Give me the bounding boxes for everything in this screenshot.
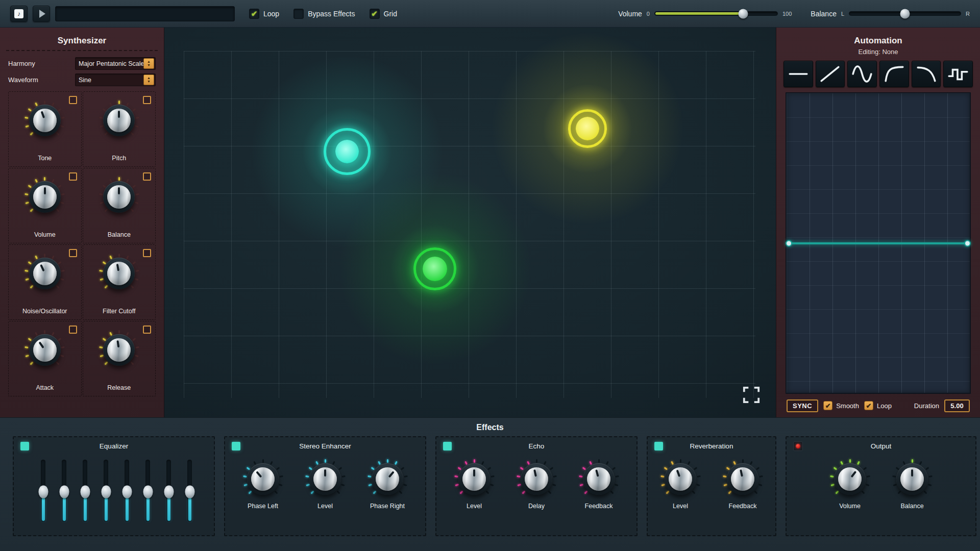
volume-slider-thumb[interactable] (738, 9, 748, 18)
eq-slider-thumb[interactable] (59, 486, 69, 498)
master-balance-slider[interactable] (849, 11, 961, 16)
knob-tick (52, 332, 55, 336)
shape-sine-button[interactable] (847, 61, 877, 87)
fx-knob-unit: Level (304, 455, 347, 510)
eq-band-slider[interactable] (185, 460, 194, 522)
feedback-knob[interactable] (577, 458, 620, 500)
knob-tick (543, 461, 546, 465)
balance-knob[interactable] (891, 458, 934, 500)
loop-label: Loop (263, 10, 279, 18)
harmony-dropdown[interactable]: Major Pentatonic Scale ▲▼ (75, 57, 156, 70)
eq-band-slider[interactable] (122, 460, 132, 522)
knob-tick (104, 208, 108, 212)
filter-cutoff-knob[interactable] (97, 252, 140, 295)
knob-tick (315, 461, 318, 465)
eq-slider-thumb[interactable] (164, 486, 174, 498)
knob-label: Noise/Oscillator (9, 308, 81, 315)
knob-tick (660, 475, 664, 477)
knob-automation-checkbox[interactable] (143, 96, 151, 104)
master-volume-slider[interactable] (654, 11, 778, 16)
eq-band-slider[interactable] (38, 460, 48, 522)
shape-ramp-button[interactable] (816, 61, 845, 87)
knob-automation-checkbox[interactable] (143, 325, 151, 334)
xy-pad[interactable] (164, 28, 776, 417)
smooth-checkbox[interactable]: ✔ (823, 401, 832, 410)
knob-automation-checkbox[interactable] (69, 172, 77, 181)
knob-tick (666, 490, 669, 494)
shape-ease-in-button[interactable] (912, 61, 941, 87)
eq-band-slider[interactable] (80, 460, 90, 522)
volume-min-label: 0 (647, 11, 650, 17)
knob-automation-checkbox[interactable] (143, 249, 151, 257)
knob-tick (759, 475, 763, 477)
knob-automation-checkbox[interactable] (69, 96, 77, 104)
grid-checkbox[interactable]: ✔ (370, 9, 380, 19)
file-path-input[interactable] (55, 6, 235, 21)
feedback-knob[interactable] (721, 458, 764, 500)
eq-band-slider[interactable] (59, 460, 69, 522)
knob-tick (919, 461, 922, 465)
eq-band-slider[interactable] (143, 460, 153, 522)
automation-point-start[interactable] (786, 240, 792, 246)
pitch-knob[interactable] (97, 99, 140, 142)
volume-knob[interactable] (23, 176, 66, 218)
fullscreen-icon[interactable] (742, 386, 761, 404)
synth-knob-grid: TonePitchVolumeBalanceNoise/OscillatorFi… (8, 91, 156, 396)
knob-tick (517, 475, 520, 477)
release-knob[interactable] (97, 329, 140, 371)
automation-point-end[interactable] (964, 240, 971, 246)
knob-tick (863, 467, 866, 470)
eq-slider-thumb[interactable] (185, 486, 194, 498)
automation-loop-checkbox[interactable]: ✔ (864, 401, 873, 410)
eq-slider-thumb[interactable] (143, 486, 153, 498)
attack-knob[interactable] (23, 329, 66, 371)
volume-knob[interactable] (828, 458, 871, 500)
fx-group-title: Equalizer (14, 442, 214, 450)
knob-tick (135, 116, 139, 118)
delay-knob[interactable] (515, 458, 558, 500)
knob-automation-checkbox[interactable] (69, 325, 77, 334)
balance-knob[interactable] (97, 176, 140, 218)
eq-band-slider[interactable] (101, 460, 111, 522)
load-file-button[interactable]: ♪ (10, 6, 28, 22)
shape-square-button[interactable] (943, 61, 973, 87)
eq-slider-thumb[interactable] (80, 486, 90, 498)
noise-oscillator-knob[interactable] (23, 252, 66, 295)
knob-tick (902, 461, 905, 465)
knob-label: Attack (9, 384, 81, 391)
synth-knob-cell: Balance (83, 168, 156, 243)
shape-ease-out-button[interactable] (879, 61, 909, 87)
fx-knob-unit: Delay (515, 455, 558, 510)
level-knob[interactable] (304, 458, 347, 500)
knob-tick (52, 255, 55, 259)
knob-automation-checkbox[interactable] (143, 172, 151, 181)
fx-knob-row: VolumeBalance (787, 455, 975, 510)
knob-tick (274, 490, 278, 494)
phase-left-knob[interactable] (241, 458, 284, 500)
harmony-value: Major Pentatonic Scale (76, 60, 143, 67)
eq-band-slider[interactable] (164, 460, 174, 522)
knob-tick (60, 278, 64, 281)
spinner-icon[interactable]: ▲▼ (143, 74, 154, 85)
level-knob[interactable] (659, 458, 702, 500)
sync-button[interactable]: SYNC (787, 399, 818, 412)
automation-graph[interactable] (786, 92, 971, 394)
knob-tick (754, 490, 757, 494)
eq-slider-thumb[interactable] (38, 486, 48, 498)
duration-value-field[interactable]: 5.00 (944, 399, 970, 412)
bypass-effects-checkbox[interactable]: ✔ (293, 9, 304, 19)
phase-right-knob[interactable] (366, 458, 409, 500)
waveform-dropdown[interactable]: Sine ▲▼ (75, 73, 156, 86)
balance-slider-thumb[interactable] (900, 9, 910, 18)
play-button[interactable] (33, 6, 50, 22)
shape-flat-button[interactable] (783, 61, 813, 87)
knob-label: Pitch (83, 155, 156, 162)
eq-slider-thumb[interactable] (101, 486, 111, 498)
level-knob[interactable] (453, 458, 496, 500)
spinner-icon[interactable]: ▲▼ (143, 58, 154, 69)
automation-curve[interactable] (788, 242, 968, 244)
knob-automation-checkbox[interactable] (69, 249, 77, 257)
tone-knob[interactable] (23, 99, 66, 142)
loop-checkbox[interactable]: ✔ (249, 9, 259, 19)
eq-slider-thumb[interactable] (122, 486, 132, 498)
